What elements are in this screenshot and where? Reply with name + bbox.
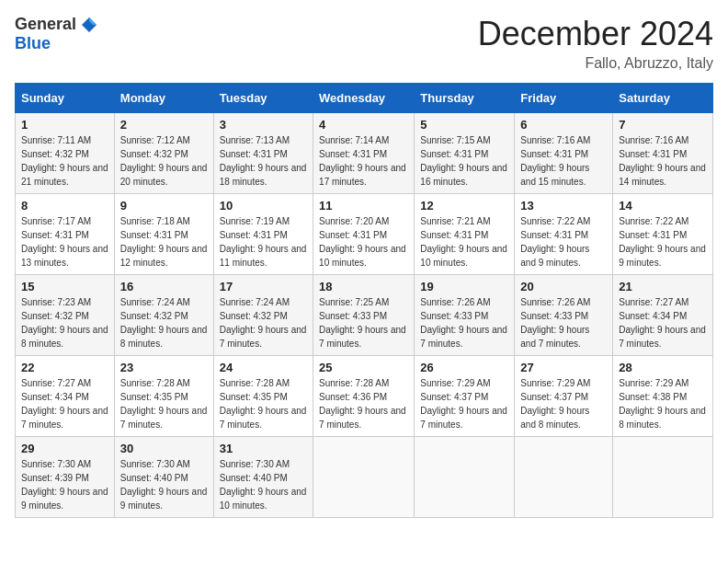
calendar-day-cell: 16Sunrise: 7:24 AMSunset: 4:32 PMDayligh… xyxy=(114,275,213,356)
day-number: 19 xyxy=(420,280,508,293)
calendar-week-row: 15Sunrise: 7:23 AMSunset: 4:32 PMDayligh… xyxy=(16,275,713,356)
day-number: 29 xyxy=(21,442,108,455)
day-number: 28 xyxy=(619,361,707,374)
day-number: 6 xyxy=(520,118,607,132)
day-number: 10 xyxy=(220,199,307,213)
calendar-day-cell: 9Sunrise: 7:18 AMSunset: 4:31 PMDaylight… xyxy=(114,194,213,275)
month-title: December 2024 xyxy=(478,15,713,53)
calendar-header-row: SundayMondayTuesdayWednesdayThursdayFrid… xyxy=(16,84,713,113)
day-info: Sunrise: 7:23 AMSunset: 4:32 PMDaylight:… xyxy=(21,295,108,350)
day-info: Sunrise: 7:19 AMSunset: 4:31 PMDaylight:… xyxy=(220,214,307,270)
day-info: Sunrise: 7:16 AMSunset: 4:31 PMDaylight:… xyxy=(619,133,707,189)
calendar-day-cell: 12Sunrise: 7:21 AMSunset: 4:31 PMDayligh… xyxy=(415,194,515,275)
day-number: 3 xyxy=(220,118,307,132)
calendar-week-row: 29Sunrise: 7:30 AMSunset: 4:39 PMDayligh… xyxy=(16,437,713,518)
day-number: 25 xyxy=(319,361,408,374)
logo-blue-text: Blue xyxy=(15,34,51,52)
day-number: 13 xyxy=(520,199,607,213)
day-info: Sunrise: 7:26 AMSunset: 4:33 PMDaylight:… xyxy=(520,295,607,350)
calendar-week-row: 8Sunrise: 7:17 AMSunset: 4:31 PMDaylight… xyxy=(16,194,713,275)
calendar-day-cell: 23Sunrise: 7:28 AMSunset: 4:35 PMDayligh… xyxy=(114,356,213,437)
logo-general-text: General xyxy=(15,15,76,34)
day-number: 14 xyxy=(619,199,707,213)
day-number: 12 xyxy=(420,199,508,213)
calendar-day-cell: 20Sunrise: 7:26 AMSunset: 4:33 PMDayligh… xyxy=(515,275,613,356)
day-info: Sunrise: 7:26 AMSunset: 4:33 PMDaylight:… xyxy=(420,295,508,350)
day-number: 17 xyxy=(220,280,307,293)
day-number: 11 xyxy=(319,199,408,213)
calendar-day-cell: 8Sunrise: 7:17 AMSunset: 4:31 PMDaylight… xyxy=(16,194,115,275)
logo-icon xyxy=(80,16,98,34)
calendar-day-cell: 1Sunrise: 7:11 AMSunset: 4:32 PMDaylight… xyxy=(16,113,115,194)
day-info: Sunrise: 7:25 AMSunset: 4:33 PMDaylight:… xyxy=(319,295,408,350)
day-info: Sunrise: 7:28 AMSunset: 4:35 PMDaylight:… xyxy=(220,376,307,431)
day-info: Sunrise: 7:30 AMSunset: 4:40 PMDaylight:… xyxy=(120,457,208,512)
day-info: Sunrise: 7:27 AMSunset: 4:34 PMDaylight:… xyxy=(619,295,707,350)
calendar-day-header: Tuesday xyxy=(213,84,313,113)
day-info: Sunrise: 7:29 AMSunset: 4:37 PMDaylight:… xyxy=(420,376,508,431)
calendar-day-cell: 5Sunrise: 7:15 AMSunset: 4:31 PMDaylight… xyxy=(415,113,515,194)
title-block: December 2024 Fallo, Abruzzo, Italy xyxy=(478,15,713,72)
page-header: General Blue December 2024 Fallo, Abruzz… xyxy=(15,15,713,72)
day-number: 24 xyxy=(220,361,307,374)
day-number: 16 xyxy=(120,280,208,293)
calendar-day-cell: 14Sunrise: 7:22 AMSunset: 4:31 PMDayligh… xyxy=(613,194,713,275)
day-number: 30 xyxy=(120,442,208,455)
calendar-day-header: Saturday xyxy=(613,84,713,113)
day-number: 18 xyxy=(319,280,408,293)
calendar-day-cell xyxy=(613,437,713,518)
calendar-day-header: Wednesday xyxy=(313,84,415,113)
day-info: Sunrise: 7:29 AMSunset: 4:37 PMDaylight:… xyxy=(520,376,607,431)
day-info: Sunrise: 7:14 AMSunset: 4:31 PMDaylight:… xyxy=(319,133,408,189)
day-number: 21 xyxy=(619,280,707,293)
calendar-day-cell xyxy=(415,437,515,518)
calendar-day-cell: 26Sunrise: 7:29 AMSunset: 4:37 PMDayligh… xyxy=(415,356,515,437)
calendar-day-cell: 31Sunrise: 7:30 AMSunset: 4:40 PMDayligh… xyxy=(213,437,313,518)
day-number: 22 xyxy=(21,361,108,374)
calendar-day-cell: 18Sunrise: 7:25 AMSunset: 4:33 PMDayligh… xyxy=(313,275,415,356)
calendar-day-header: Monday xyxy=(114,84,213,113)
day-number: 27 xyxy=(520,361,607,374)
day-number: 7 xyxy=(619,118,707,132)
calendar-day-cell: 30Sunrise: 7:30 AMSunset: 4:40 PMDayligh… xyxy=(114,437,213,518)
day-info: Sunrise: 7:30 AMSunset: 4:40 PMDaylight:… xyxy=(220,457,307,512)
calendar-day-cell: 15Sunrise: 7:23 AMSunset: 4:32 PMDayligh… xyxy=(16,275,115,356)
calendar-day-cell xyxy=(313,437,415,518)
day-info: Sunrise: 7:17 AMSunset: 4:31 PMDaylight:… xyxy=(21,214,108,270)
calendar-day-cell: 2Sunrise: 7:12 AMSunset: 4:32 PMDaylight… xyxy=(114,113,213,194)
day-number: 2 xyxy=(120,118,208,132)
day-info: Sunrise: 7:28 AMSunset: 4:36 PMDaylight:… xyxy=(319,376,408,431)
day-info: Sunrise: 7:21 AMSunset: 4:31 PMDaylight:… xyxy=(420,214,508,270)
day-number: 5 xyxy=(420,118,508,132)
day-info: Sunrise: 7:22 AMSunset: 4:31 PMDaylight:… xyxy=(520,214,607,270)
calendar-week-row: 1Sunrise: 7:11 AMSunset: 4:32 PMDaylight… xyxy=(16,113,713,194)
calendar-day-cell: 4Sunrise: 7:14 AMSunset: 4:31 PMDaylight… xyxy=(313,113,415,194)
calendar-day-cell: 13Sunrise: 7:22 AMSunset: 4:31 PMDayligh… xyxy=(515,194,613,275)
day-number: 20 xyxy=(520,280,607,293)
calendar-day-cell: 22Sunrise: 7:27 AMSunset: 4:34 PMDayligh… xyxy=(16,356,115,437)
calendar-day-cell: 10Sunrise: 7:19 AMSunset: 4:31 PMDayligh… xyxy=(213,194,313,275)
day-info: Sunrise: 7:13 AMSunset: 4:31 PMDaylight:… xyxy=(220,133,307,189)
day-info: Sunrise: 7:30 AMSunset: 4:39 PMDaylight:… xyxy=(21,457,108,512)
day-info: Sunrise: 7:12 AMSunset: 4:32 PMDaylight:… xyxy=(120,133,208,189)
day-info: Sunrise: 7:20 AMSunset: 4:31 PMDaylight:… xyxy=(319,214,408,270)
calendar-day-cell xyxy=(515,437,613,518)
calendar-day-header: Friday xyxy=(515,84,613,113)
calendar-day-header: Sunday xyxy=(16,84,115,113)
day-number: 26 xyxy=(420,361,508,374)
calendar-day-cell: 24Sunrise: 7:28 AMSunset: 4:35 PMDayligh… xyxy=(213,356,313,437)
day-info: Sunrise: 7:22 AMSunset: 4:31 PMDaylight:… xyxy=(619,214,707,270)
day-info: Sunrise: 7:27 AMSunset: 4:34 PMDaylight:… xyxy=(21,376,108,431)
day-info: Sunrise: 7:24 AMSunset: 4:32 PMDaylight:… xyxy=(120,295,208,350)
day-number: 23 xyxy=(120,361,208,374)
calendar-table: SundayMondayTuesdayWednesdayThursdayFrid… xyxy=(15,83,713,518)
day-number: 4 xyxy=(319,118,408,132)
calendar-day-cell: 11Sunrise: 7:20 AMSunset: 4:31 PMDayligh… xyxy=(313,194,415,275)
day-info: Sunrise: 7:29 AMSunset: 4:38 PMDaylight:… xyxy=(619,376,707,431)
day-number: 31 xyxy=(220,442,307,455)
day-info: Sunrise: 7:11 AMSunset: 4:32 PMDaylight:… xyxy=(21,133,108,189)
logo: General Blue xyxy=(15,15,98,53)
day-number: 9 xyxy=(120,199,208,213)
calendar-day-cell: 28Sunrise: 7:29 AMSunset: 4:38 PMDayligh… xyxy=(613,356,713,437)
calendar-day-cell: 17Sunrise: 7:24 AMSunset: 4:32 PMDayligh… xyxy=(213,275,313,356)
